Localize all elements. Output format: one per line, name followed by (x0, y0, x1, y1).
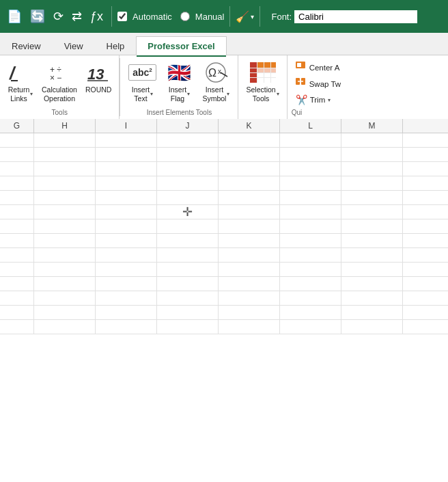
grid-cell-H13[interactable] (34, 306, 96, 319)
grid-cell-H11[interactable] (34, 277, 96, 291)
automatic-checkbox[interactable] (117, 12, 127, 21)
grid-cell-I4[interactable] (96, 176, 157, 190)
grid-cell-M8[interactable] (341, 234, 403, 247)
col-header-K[interactable]: K (219, 119, 280, 133)
insert-symbol-button[interactable]: Ω x InsertSymbol ▾ (198, 59, 234, 104)
grid-cell-L7[interactable] (280, 219, 341, 233)
col-header-H[interactable]: H (34, 119, 96, 133)
grid-cell-K14[interactable] (219, 320, 280, 334)
return-links-button[interactable]: / ReturnLinks ▾ (4, 59, 37, 104)
grid-cell-G5[interactable] (0, 191, 34, 204)
grid-cell-L13[interactable] (280, 306, 341, 319)
grid-cell-I5[interactable] (96, 191, 157, 204)
grid-cell-I7[interactable] (96, 219, 157, 233)
col-header-L[interactable]: L (280, 119, 341, 133)
selection-tools-button[interactable]: SelectionTools ▾ (242, 59, 282, 104)
grid-cell-I3[interactable] (96, 162, 157, 176)
grid-cell-H9[interactable] (34, 248, 96, 262)
grid-cell-G3[interactable] (0, 162, 34, 176)
col-header-M[interactable]: M (341, 119, 403, 133)
grid-cell-H3[interactable] (34, 162, 96, 176)
center-a-button[interactable]: Center A (292, 59, 345, 75)
grid-cell-G8[interactable] (0, 234, 34, 247)
grid-row[interactable] (0, 148, 448, 162)
eraser-button[interactable]: 🧹 ▾ (236, 10, 254, 23)
grid-cell-M10[interactable] (341, 263, 403, 276)
grid-row[interactable] (0, 263, 448, 277)
grid-cell-J8[interactable] (157, 234, 219, 247)
grid-row[interactable] (0, 277, 448, 291)
grid-cell-M9[interactable] (341, 248, 403, 262)
insert-flag-button[interactable]: 🇬🇧 InsertFlag ▾ (161, 59, 197, 104)
grid-cell-J6[interactable]: ✛ (157, 205, 219, 219)
grid-cell-H10[interactable] (34, 263, 96, 276)
grid-cell-H5[interactable] (34, 191, 96, 204)
grid-cell-H14[interactable] (34, 320, 96, 334)
grid-cell-L8[interactable] (280, 234, 341, 247)
grid-cell-G11[interactable] (0, 277, 34, 291)
grid-cell-J10[interactable] (157, 263, 219, 276)
grid-cell-L1[interactable] (280, 133, 341, 147)
grid-cell-J13[interactable] (157, 306, 219, 319)
grid-cell-J7[interactable] (157, 219, 219, 233)
grid-cell-L14[interactable] (280, 320, 341, 334)
grid-cell-L3[interactable] (280, 162, 341, 176)
compare-icon[interactable]: ⇄ (69, 8, 85, 25)
col-header-I[interactable]: I (96, 119, 157, 133)
grid-cell-H7[interactable] (34, 219, 96, 233)
grid-cell-M11[interactable] (341, 277, 403, 291)
grid-cell-I1[interactable] (96, 133, 157, 147)
formula-icon[interactable]: ƒx (87, 8, 106, 25)
grid-cell-H12[interactable] (34, 291, 96, 305)
grid-cell-M4[interactable] (341, 176, 403, 190)
grid-cell-K7[interactable] (219, 219, 280, 233)
grid-row[interactable] (0, 320, 448, 334)
grid-cell-M12[interactable] (341, 291, 403, 305)
grid-cell-K1[interactable] (219, 133, 280, 147)
grid-row[interactable] (0, 176, 448, 191)
grid-cell-M5[interactable] (341, 191, 403, 204)
grid-cell-G9[interactable] (0, 248, 34, 262)
grid-cell-I2[interactable] (96, 148, 157, 161)
grid-cell-G13[interactable] (0, 306, 34, 319)
grid-cell-H6[interactable] (34, 205, 96, 219)
grid-cell-I13[interactable] (96, 306, 157, 319)
tab-view[interactable]: View (53, 36, 95, 55)
calculation-operation-button[interactable]: + ÷ × − CalculationOperation (38, 59, 81, 104)
grid-cell-M1[interactable] (341, 133, 403, 147)
grid-cell-J11[interactable] (157, 277, 219, 291)
grid-cell-L2[interactable] (280, 148, 341, 161)
grid-cell-J14[interactable] (157, 320, 219, 334)
grid-row[interactable]: ✛ (0, 205, 448, 219)
grid-cell-G1[interactable] (0, 133, 34, 147)
grid-cell-M2[interactable] (341, 148, 403, 161)
manual-radio[interactable] (180, 12, 190, 21)
grid-cell-L10[interactable] (280, 263, 341, 276)
circular-arrow-icon[interactable]: 🔄 (27, 8, 48, 25)
grid-cell-L4[interactable] (280, 176, 341, 190)
grid-cell-I14[interactable] (96, 320, 157, 334)
grid-cell-I6[interactable] (96, 205, 157, 219)
grid-cell-K13[interactable] (219, 306, 280, 319)
grid-row[interactable] (0, 291, 448, 306)
grid-cell-K10[interactable] (219, 263, 280, 276)
grid-cell-K5[interactable] (219, 191, 280, 204)
grid-row[interactable] (0, 162, 448, 176)
refresh-icon[interactable]: ⟳ (51, 8, 66, 25)
grid-row[interactable] (0, 219, 448, 234)
grid-cell-G14[interactable] (0, 320, 34, 334)
grid-cell-I9[interactable] (96, 248, 157, 262)
grid-row[interactable] (0, 306, 448, 320)
insert-text-button[interactable]: abc2 InsertText ▾ (124, 59, 160, 104)
grid-cell-M7[interactable] (341, 219, 403, 233)
grid-cell-L11[interactable] (280, 277, 341, 291)
round-button[interactable]: 13 ROUND (82, 59, 115, 96)
grid-row[interactable] (0, 191, 448, 205)
tab-help[interactable]: Help (95, 36, 137, 55)
grid-row[interactable] (0, 234, 448, 248)
grid-cell-J1[interactable] (157, 133, 219, 147)
grid-cell-K11[interactable] (219, 277, 280, 291)
grid-cell-I10[interactable] (96, 263, 157, 276)
grid-row[interactable] (0, 133, 448, 148)
grid-cell-J5[interactable] (157, 191, 219, 204)
